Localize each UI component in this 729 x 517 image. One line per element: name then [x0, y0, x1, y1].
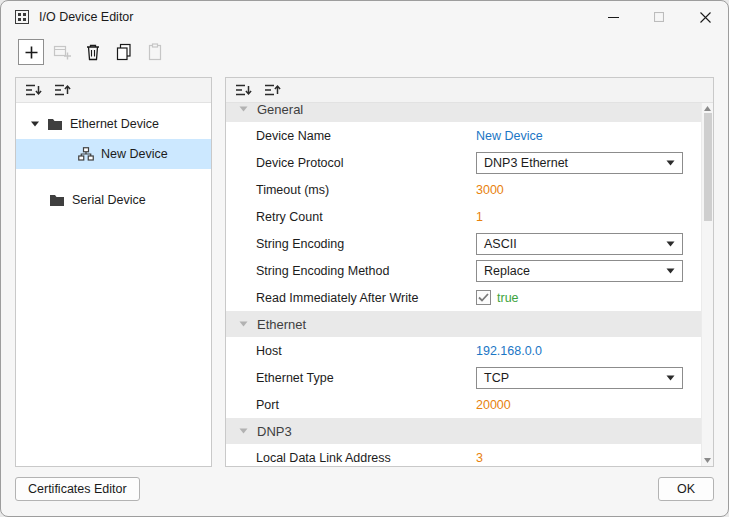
collapse-triangle-icon[interactable] — [239, 428, 248, 434]
port-value[interactable]: 20000 — [476, 398, 511, 412]
string-encoding-method-dropdown[interactable]: Replace — [476, 260, 683, 282]
section-title: Ethernet — [257, 317, 306, 332]
expand-all-icon — [264, 83, 281, 97]
retry-count-value[interactable]: 1 — [476, 210, 483, 224]
maximize-icon — [654, 12, 664, 22]
section-header-ethernet[interactable]: Ethernet — [226, 311, 701, 337]
minimize-button[interactable] — [590, 1, 636, 33]
trash-icon — [85, 43, 101, 61]
chevron-down-icon — [666, 375, 675, 381]
timeout-value[interactable]: 3000 — [476, 183, 504, 197]
minimize-icon — [608, 12, 619, 23]
section-header-general[interactable]: General — [226, 103, 701, 122]
row-local-data-link-address: Local Data Link Address 3 — [226, 444, 701, 466]
tree-item-ethernet-device[interactable]: Ethernet Device — [16, 111, 211, 137]
property-label: String Encoding Method — [256, 264, 476, 278]
property-value-cell: TCP — [476, 367, 683, 389]
row-device-protocol: Device Protocol DNP3 Ethernet — [226, 149, 701, 176]
titlebar: I/O Device Editor — [1, 1, 728, 33]
tree-item-label: Ethernet Device — [70, 117, 159, 131]
tree-item-label: New Device — [101, 147, 168, 161]
read-immediately-after-write-checkbox[interactable] — [476, 290, 491, 305]
delete-device-button[interactable] — [80, 39, 106, 65]
collapse-triangle-icon[interactable] — [239, 106, 248, 112]
check-icon — [478, 293, 489, 302]
property-value-cell: 192.168.0.0 — [476, 344, 683, 358]
add-device-button[interactable] — [18, 39, 44, 65]
property-label: Timeout (ms) — [256, 183, 476, 197]
paste-device-button[interactable] — [142, 39, 168, 65]
footer: Certificates Editor OK — [1, 467, 728, 516]
row-string-encoding: String Encoding ASCII — [226, 230, 701, 257]
property-value-cell: true — [476, 290, 683, 305]
local-data-link-address-value[interactable]: 3 — [476, 451, 483, 465]
collapse-triangle-icon[interactable] — [239, 321, 248, 327]
property-label: Read Immediately After Write — [256, 291, 476, 305]
property-value-cell: Replace — [476, 260, 683, 282]
property-label: Retry Count — [256, 210, 476, 224]
device-tree: Ethernet Device New Device Serial Device — [16, 103, 211, 213]
folder-icon — [49, 194, 65, 207]
property-value-cell: ASCII — [476, 233, 683, 255]
property-label: Device Name — [256, 129, 476, 143]
property-label: Port — [256, 398, 476, 412]
section-title: General — [257, 103, 303, 117]
window-title: I/O Device Editor — [39, 10, 133, 24]
property-value-cell: 3 — [476, 451, 683, 465]
section-header-dnp3[interactable]: DNP3 — [226, 418, 701, 444]
tree-item-new-device[interactable]: New Device — [16, 139, 211, 169]
property-value-cell: New Device — [476, 129, 683, 143]
ethernet-type-dropdown[interactable]: TCP — [476, 367, 683, 389]
collapse-all-icon — [25, 83, 42, 97]
maximize-button[interactable] — [636, 1, 682, 33]
scrollbar-thumb[interactable] — [704, 113, 712, 221]
add-child-device-button[interactable] — [49, 39, 75, 65]
device-node-icon — [78, 147, 94, 161]
plus-icon — [24, 45, 39, 60]
property-grid-panel: General Device Name New Device Device Pr… — [225, 77, 714, 467]
tree-item-serial-device[interactable]: Serial Device — [16, 187, 211, 213]
row-ethernet-type: Ethernet Type TCP — [226, 364, 701, 391]
row-port: Port 20000 — [226, 391, 701, 418]
add-child-icon — [53, 43, 72, 61]
host-value[interactable]: 192.168.0.0 — [476, 344, 542, 358]
tree-collapse-all-button[interactable] — [25, 83, 42, 97]
main-toolbar — [18, 35, 728, 69]
grid-collapse-all-button[interactable] — [235, 83, 252, 97]
certificates-editor-button[interactable]: Certificates Editor — [15, 477, 140, 501]
folder-icon — [47, 118, 63, 131]
dropdown-selected-value: DNP3 Ethernet — [484, 156, 568, 170]
scroll-down-arrow[interactable] — [704, 458, 711, 463]
tree-panel-toolbar — [16, 78, 211, 103]
close-button[interactable] — [682, 1, 728, 33]
property-value-cell: 20000 — [476, 398, 683, 412]
grid-expand-all-button[interactable] — [264, 83, 281, 97]
row-timeout: Timeout (ms) 3000 — [226, 176, 701, 203]
row-device-name: Device Name New Device — [226, 122, 701, 149]
chevron-down-icon — [666, 241, 675, 247]
dropdown-selected-value: Replace — [484, 264, 530, 278]
chevron-down-icon — [666, 160, 675, 166]
tree-item-label: Serial Device — [72, 193, 146, 207]
property-label: Ethernet Type — [256, 371, 476, 385]
scroll-up-arrow[interactable] — [704, 106, 711, 111]
tree-expander-icon[interactable] — [30, 120, 40, 128]
section-title: DNP3 — [257, 424, 292, 439]
row-host: Host 192.168.0.0 — [226, 337, 701, 364]
expand-all-icon — [54, 83, 71, 97]
device-protocol-dropdown[interactable]: DNP3 Ethernet — [476, 152, 683, 174]
device-name-value[interactable]: New Device — [476, 129, 543, 143]
vertical-scrollbar[interactable] — [701, 103, 713, 466]
app-icon — [14, 9, 30, 25]
content-area: Ethernet Device New Device Serial Device — [15, 77, 714, 467]
copy-device-button[interactable] — [111, 39, 137, 65]
row-read-immediately-after-write: Read Immediately After Write true — [226, 284, 701, 311]
property-label: String Encoding — [256, 237, 476, 251]
property-value-cell: 3000 — [476, 183, 683, 197]
property-label: Local Data Link Address — [256, 451, 476, 465]
string-encoding-dropdown[interactable]: ASCII — [476, 233, 683, 255]
ok-button[interactable]: OK — [658, 477, 714, 501]
tree-expand-all-button[interactable] — [54, 83, 71, 97]
grid-panel-toolbar — [226, 78, 713, 103]
property-grid: General Device Name New Device Device Pr… — [226, 103, 701, 466]
